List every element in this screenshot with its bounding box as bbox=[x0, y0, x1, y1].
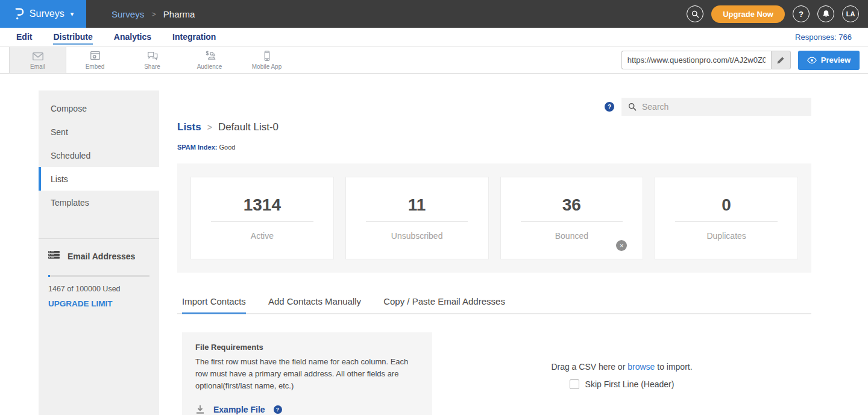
topbar-actions: Upgrade Now ? LA bbox=[687, 5, 868, 23]
sidebar-item-compose[interactable]: Compose bbox=[39, 97, 159, 120]
question-mark-icon: ? bbox=[799, 10, 804, 19]
csv-dropzone[interactable]: Drag a CSV here or browse to import. Ski… bbox=[432, 332, 811, 415]
breadcrumb-separator: > bbox=[207, 122, 212, 132]
contact-search-box[interactable] bbox=[621, 98, 811, 116]
skip-first-line-checkbox[interactable] bbox=[570, 379, 579, 389]
survey-url-group bbox=[621, 51, 791, 69]
tab-import-contacts[interactable]: Import Contacts bbox=[182, 296, 246, 314]
breadcrumb-separator: > bbox=[151, 10, 156, 19]
tab-add-contacts-manually[interactable]: Add Contacts Manually bbox=[268, 296, 361, 313]
channel-label: Mobile App bbox=[252, 63, 281, 70]
tab-edit[interactable]: Edit bbox=[16, 30, 32, 45]
survey-url-input[interactable] bbox=[621, 51, 771, 69]
toolbar-right: Preview bbox=[621, 47, 868, 73]
email-addresses-title: Email Addresses bbox=[68, 252, 135, 261]
stat-card-duplicates[interactable]: 0 Duplicates bbox=[655, 177, 798, 259]
browse-link[interactable]: browse bbox=[627, 362, 655, 372]
divider bbox=[211, 221, 313, 222]
sidebar-item-scheduled[interactable]: Scheduled bbox=[39, 144, 159, 167]
eye-icon bbox=[807, 57, 817, 64]
divider bbox=[366, 221, 468, 222]
pencil-icon bbox=[776, 56, 785, 65]
tab-integration[interactable]: Integration bbox=[172, 30, 216, 45]
list-breadcrumb: Lists > Default List-0 bbox=[177, 121, 811, 133]
product-name: Surveys bbox=[30, 8, 64, 19]
distribute-channels: Email Embed Share Au bbox=[9, 47, 295, 73]
preview-button[interactable]: Preview bbox=[798, 51, 860, 70]
tab-copy-paste-emails[interactable]: Copy / Paste Email Addresses bbox=[383, 296, 505, 313]
channel-label: Embed bbox=[86, 63, 105, 70]
sidebar-item-templates[interactable]: Templates bbox=[39, 191, 159, 214]
stat-label: Active bbox=[251, 231, 274, 241]
channel-embed[interactable]: Embed bbox=[66, 47, 124, 73]
stat-card-unsubscribed[interactable]: 11 Unsubscribed bbox=[345, 177, 489, 259]
search-icon bbox=[691, 10, 699, 18]
avatar-initials: LA bbox=[846, 10, 855, 17]
distribute-toolbar: Email Embed Share Au bbox=[0, 46, 868, 74]
stat-card-active[interactable]: 1314 Active bbox=[190, 177, 334, 259]
chat-bubbles-icon bbox=[146, 50, 159, 62]
smartphone-icon bbox=[260, 50, 274, 62]
divider bbox=[675, 221, 778, 222]
preview-label: Preview bbox=[821, 55, 851, 65]
stat-value: 0 bbox=[722, 195, 731, 215]
email-workspace: Compose Sent Scheduled Lists Templates E… bbox=[39, 90, 829, 415]
stat-label: Unsubscribed bbox=[391, 231, 443, 241]
channel-email[interactable]: Email bbox=[9, 47, 66, 73]
survey-nav-tabs: Edit Distribute Analytics Integration bbox=[16, 30, 216, 45]
breadcrumb-survey-name: Pharma bbox=[163, 9, 195, 19]
search-icon bbox=[628, 103, 637, 111]
upgrade-limit-link[interactable]: UPGRADE LIMIT bbox=[48, 299, 149, 308]
email-sidebar: Compose Sent Scheduled Lists Templates E… bbox=[39, 90, 159, 415]
upgrade-now-button[interactable]: Upgrade Now bbox=[711, 5, 785, 23]
tab-distribute[interactable]: Distribute bbox=[53, 30, 92, 45]
spam-index-value: Good bbox=[219, 144, 235, 151]
skip-first-line-row: Skip First Line (Header) bbox=[570, 379, 675, 389]
clear-bounced-icon[interactable]: × bbox=[616, 240, 627, 251]
browser-gear-icon bbox=[89, 50, 102, 62]
responses-count[interactable]: Responses: 766 bbox=[795, 33, 852, 42]
sidebar-item-lists[interactable]: Lists bbox=[39, 167, 159, 191]
file-requirements-box: File Requirements The first row must hav… bbox=[182, 332, 432, 415]
questionpro-logo-icon bbox=[13, 7, 25, 21]
search-button[interactable] bbox=[687, 5, 703, 22]
chevron-down-icon: ▾ bbox=[71, 10, 74, 18]
channel-label: Share bbox=[144, 63, 160, 70]
top-header-bar: Surveys ▾ Surveys > Pharma Upgrade Now ?… bbox=[0, 0, 868, 28]
channel-label: Audience bbox=[197, 63, 222, 70]
list-icon bbox=[48, 251, 60, 261]
contact-tabs: Import Contacts Add Contacts Manually Co… bbox=[177, 296, 811, 314]
example-file-row: Example File ? bbox=[195, 405, 419, 414]
help-button[interactable]: ? bbox=[793, 5, 810, 22]
breadcrumb-surveys-link[interactable]: Surveys bbox=[112, 9, 144, 19]
list-help-icon[interactable]: ? bbox=[605, 102, 614, 112]
contact-search-input[interactable] bbox=[642, 102, 805, 112]
envelope-icon bbox=[31, 50, 45, 62]
email-addresses-usage-panel: Email Addresses 1467 of 100000 Used UPGR… bbox=[39, 238, 159, 308]
channel-share[interactable]: Share bbox=[124, 47, 181, 73]
stat-value: 11 bbox=[408, 195, 426, 215]
current-list-name: Default List-0 bbox=[218, 121, 278, 133]
bell-icon bbox=[822, 10, 830, 18]
stat-label: Bounced bbox=[555, 231, 588, 241]
spam-index-label: SPAM Index: bbox=[177, 144, 217, 151]
notifications-button[interactable] bbox=[817, 5, 834, 22]
avatar[interactable]: LA bbox=[842, 5, 859, 22]
list-stats-panel: 1314 Active 11 Unsubscribed 36 Bounced ×… bbox=[177, 163, 811, 273]
example-file-help-icon[interactable]: ? bbox=[274, 405, 282, 414]
download-icon bbox=[195, 405, 205, 414]
divider bbox=[521, 221, 623, 222]
sidebar-item-sent[interactable]: Sent bbox=[39, 120, 159, 144]
edit-url-button[interactable] bbox=[771, 51, 791, 69]
stat-value: 36 bbox=[562, 195, 581, 215]
product-switcher[interactable]: Surveys ▾ bbox=[0, 0, 86, 28]
channel-mobile-app[interactable]: Mobile App bbox=[238, 47, 295, 73]
channel-audience[interactable]: Audience bbox=[181, 47, 238, 73]
tab-analytics[interactable]: Analytics bbox=[114, 30, 151, 45]
lists-link[interactable]: Lists bbox=[177, 121, 201, 133]
import-contacts-panel: File Requirements The first row must hav… bbox=[177, 332, 811, 415]
example-file-link[interactable]: Example File bbox=[213, 405, 265, 414]
stat-card-bounced[interactable]: 36 Bounced × bbox=[500, 177, 644, 259]
spam-index-row: SPAM Index: Good bbox=[177, 144, 811, 151]
dropzone-text: Drag a CSV here or browse to import. bbox=[551, 362, 692, 372]
